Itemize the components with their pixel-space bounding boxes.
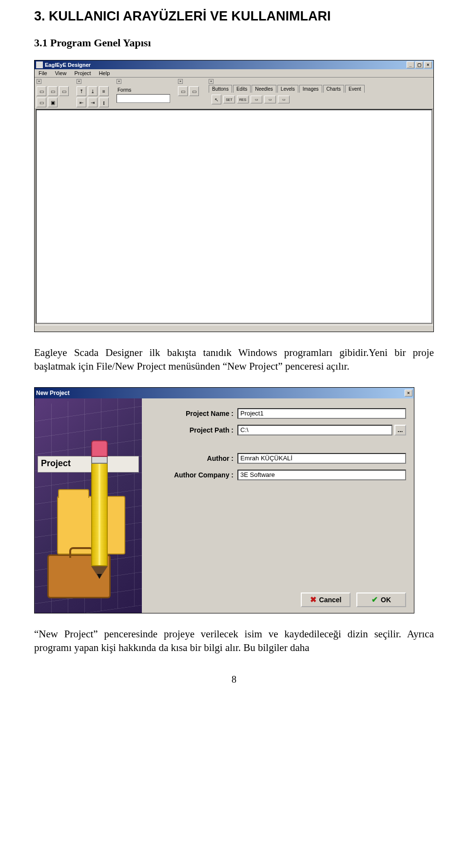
component-tabs: Buttons Edits Needles Levels Images Char…: [209, 85, 431, 93]
tab-charts[interactable]: Charts: [323, 85, 344, 93]
menu-project[interactable]: Project: [74, 70, 91, 76]
toolbar-close-icon[interactable]: ×: [77, 79, 81, 84]
paragraph-2: “New Project” penceresinde projeye veril…: [34, 627, 434, 655]
statusbar: [35, 325, 433, 332]
author-label: Author :: [150, 454, 237, 462]
minimize-button[interactable]: _: [407, 61, 414, 68]
toolbar-close-icon[interactable]: ×: [209, 79, 214, 84]
toolbar-button[interactable]: ⇥: [88, 98, 98, 107]
dialog-side-image: Project: [35, 398, 142, 613]
toolbar-button[interactable]: ▭: [178, 86, 188, 96]
tab-levels[interactable]: Levels: [277, 85, 298, 93]
designer-window: EaglEyE Designer _ ▢ × File View Project…: [34, 60, 434, 332]
toolbar-button[interactable]: ⤓: [88, 86, 98, 96]
cancel-icon: ✖: [310, 595, 316, 604]
ok-label: OK: [381, 596, 391, 604]
tab-images[interactable]: Images: [299, 85, 322, 93]
toolbar-close-icon[interactable]: ×: [37, 79, 41, 84]
pencil-icon: [91, 440, 108, 587]
toolbar-button[interactable]: ▭: [59, 86, 69, 96]
author-company-label: Author Company :: [150, 471, 237, 479]
section-heading: 3. KULLANICI ARAYÜZLERİ VE KULLANIMLARI: [34, 9, 434, 24]
forms-label: Forms: [117, 87, 173, 93]
menu-help[interactable]: Help: [99, 70, 110, 76]
dialog-close-button[interactable]: ×: [405, 390, 412, 396]
toolbar-button[interactable]: ▣: [48, 98, 58, 107]
tab-edits[interactable]: Edits: [233, 85, 251, 93]
browse-button[interactable]: ...: [394, 425, 406, 435]
cancel-label: Cancel: [319, 596, 342, 604]
tab-event[interactable]: Event: [345, 85, 365, 93]
toolbar-row: × ▭ ▭ ▭ ▭ ▣ × ⤒ ⤓ ≡ ⇤ ⇥ ⫿: [35, 78, 433, 109]
side-project-label: Project: [38, 456, 139, 473]
designer-title: EaglEyE Designer: [45, 62, 91, 68]
toolbar-close-icon[interactable]: ×: [117, 79, 121, 84]
forms-dropdown[interactable]: [117, 94, 170, 103]
project-path-input[interactable]: C:\: [237, 425, 392, 435]
toolbar-button[interactable]: ≡: [99, 86, 109, 96]
ok-icon: ✔: [371, 595, 378, 604]
toolbar-button[interactable]: ⤒: [77, 86, 86, 96]
dialog-titlebar: New Project ×: [35, 388, 414, 398]
palette-button[interactable]: SET: [223, 96, 235, 103]
project-name-label: Project Name :: [150, 410, 237, 417]
author-input[interactable]: Emrah KÜÇÜKALİ: [237, 453, 406, 464]
toolbar-close-icon[interactable]: ×: [178, 79, 183, 84]
toolbar-button[interactable]: ▭: [48, 86, 58, 96]
page-number: 8: [34, 674, 434, 685]
palette-button[interactable]: ▭: [251, 96, 262, 103]
palette-button[interactable]: ▭: [264, 96, 276, 103]
cancel-button[interactable]: ✖ Cancel: [301, 592, 351, 607]
menubar: File View Project Help: [35, 69, 433, 78]
ok-button[interactable]: ✔ OK: [356, 592, 406, 607]
author-company-input[interactable]: 3E Software: [237, 470, 406, 480]
new-project-dialog: New Project × Project Project Name : Pro…: [34, 387, 414, 613]
project-path-label: Project Path :: [150, 426, 237, 434]
design-canvas[interactable]: [36, 109, 432, 324]
designer-titlebar: EaglEyE Designer _ ▢ ×: [35, 60, 433, 69]
pointer-tool-icon[interactable]: ↖: [212, 95, 221, 104]
toolbar-button[interactable]: ⫿: [99, 98, 109, 107]
toolbar-button[interactable]: ▭: [37, 98, 46, 107]
toolbar-button[interactable]: ▭: [189, 86, 199, 96]
project-name-input[interactable]: Project1: [237, 408, 406, 419]
close-button[interactable]: ×: [424, 61, 432, 68]
app-icon: [36, 61, 43, 68]
toolbar-button[interactable]: ▭: [37, 86, 46, 96]
maximize-button[interactable]: ▢: [415, 61, 423, 68]
dialog-title: New Project: [36, 390, 70, 396]
menu-file[interactable]: File: [39, 70, 47, 76]
subsection-heading: 3.1 Program Genel Yapısı: [34, 37, 434, 49]
tab-needles[interactable]: Needles: [252, 85, 276, 93]
palette-button[interactable]: ▭: [278, 96, 290, 103]
paragraph-1: Eagleye Scada Designer ilk bakışta tanıd…: [34, 346, 434, 374]
palette-button[interactable]: RES: [237, 96, 249, 103]
tab-buttons[interactable]: Buttons: [209, 85, 232, 93]
toolbar-button[interactable]: ⇤: [77, 98, 86, 107]
menu-view[interactable]: View: [55, 70, 67, 76]
